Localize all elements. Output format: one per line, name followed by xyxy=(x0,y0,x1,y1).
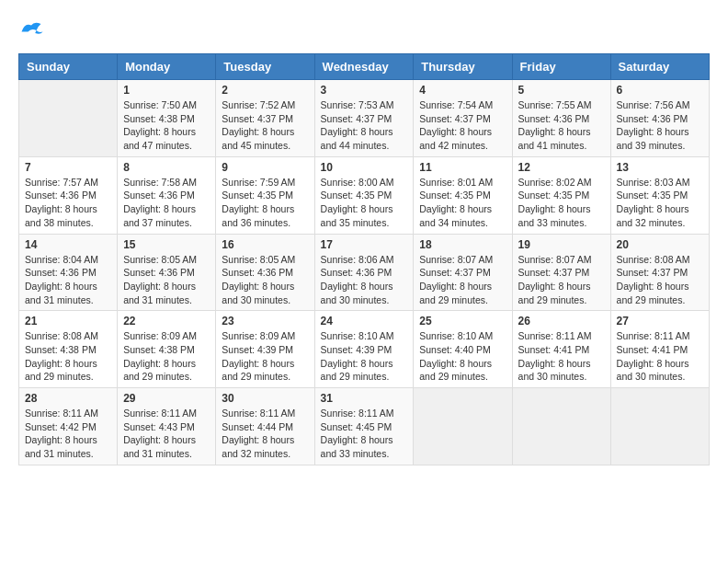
calendar-cell: 16Sunrise: 8:05 AMSunset: 4:36 PMDayligh… xyxy=(216,234,314,311)
weekday-header: Wednesday xyxy=(314,54,414,80)
day-number: 2 xyxy=(222,84,308,97)
page-header xyxy=(18,18,710,39)
day-number: 15 xyxy=(123,238,210,251)
calendar-cell: 31Sunrise: 8:11 AMSunset: 4:45 PMDayligh… xyxy=(314,388,414,465)
cell-content: Sunrise: 7:56 AMSunset: 4:36 PMDaylight:… xyxy=(617,98,703,153)
calendar-cell: 18Sunrise: 8:07 AMSunset: 4:37 PMDayligh… xyxy=(414,234,512,311)
day-number: 20 xyxy=(617,238,703,251)
cell-content: Sunrise: 8:11 AMSunset: 4:45 PMDaylight:… xyxy=(321,407,408,461)
calendar-cell: 21Sunrise: 8:08 AMSunset: 4:38 PMDayligh… xyxy=(19,311,118,388)
calendar-cell: 5Sunrise: 7:55 AMSunset: 4:36 PMDaylight… xyxy=(512,80,610,157)
day-number: 16 xyxy=(222,238,308,251)
day-number: 23 xyxy=(222,315,308,327)
cell-content: Sunrise: 7:57 AMSunset: 4:36 PMDaylight:… xyxy=(25,176,111,230)
cell-content: Sunrise: 7:59 AMSunset: 4:35 PMDaylight:… xyxy=(222,176,308,230)
calendar-cell: 8Sunrise: 7:58 AMSunset: 4:36 PMDaylight… xyxy=(118,156,216,234)
day-number: 14 xyxy=(25,238,111,251)
cell-content: Sunrise: 8:09 AMSunset: 4:38 PMDaylight:… xyxy=(123,329,210,384)
calendar-week-row: 7Sunrise: 7:57 AMSunset: 4:36 PMDaylight… xyxy=(19,156,710,234)
calendar-cell: 23Sunrise: 8:09 AMSunset: 4:39 PMDayligh… xyxy=(216,311,314,388)
calendar-cell: 29Sunrise: 8:11 AMSunset: 4:43 PMDayligh… xyxy=(118,388,216,465)
calendar-week-row: 14Sunrise: 8:04 AMSunset: 4:36 PMDayligh… xyxy=(19,234,710,311)
cell-content: Sunrise: 8:06 AMSunset: 4:36 PMDaylight:… xyxy=(321,253,408,307)
cell-content: Sunrise: 8:05 AMSunset: 4:36 PMDaylight:… xyxy=(222,253,308,307)
calendar-cell xyxy=(19,80,118,157)
day-number: 27 xyxy=(617,315,703,327)
day-number: 24 xyxy=(321,315,408,327)
calendar-cell: 12Sunrise: 8:02 AMSunset: 4:35 PMDayligh… xyxy=(512,156,610,234)
weekday-header: Thursday xyxy=(414,54,512,80)
day-number: 26 xyxy=(518,315,605,327)
calendar-week-row: 28Sunrise: 8:11 AMSunset: 4:42 PMDayligh… xyxy=(19,388,710,465)
day-number: 30 xyxy=(222,392,308,405)
calendar-header-row: SundayMondayTuesdayWednesdayThursdayFrid… xyxy=(19,54,710,80)
day-number: 22 xyxy=(123,315,210,327)
calendar-cell: 30Sunrise: 8:11 AMSunset: 4:44 PMDayligh… xyxy=(216,388,314,465)
calendar-week-row: 21Sunrise: 8:08 AMSunset: 4:38 PMDayligh… xyxy=(19,311,710,388)
calendar-cell: 19Sunrise: 8:07 AMSunset: 4:37 PMDayligh… xyxy=(512,234,610,311)
day-number: 9 xyxy=(222,161,308,174)
calendar-cell: 17Sunrise: 8:06 AMSunset: 4:36 PMDayligh… xyxy=(314,234,414,311)
calendar-cell: 22Sunrise: 8:09 AMSunset: 4:38 PMDayligh… xyxy=(118,311,216,388)
cell-content: Sunrise: 8:08 AMSunset: 4:37 PMDaylight:… xyxy=(617,253,703,307)
calendar-table: SundayMondayTuesdayWednesdayThursdayFrid… xyxy=(18,53,710,465)
day-number: 8 xyxy=(123,161,210,174)
cell-content: Sunrise: 8:11 AMSunset: 4:44 PMDaylight:… xyxy=(222,407,308,461)
calendar-cell: 24Sunrise: 8:10 AMSunset: 4:39 PMDayligh… xyxy=(314,311,414,388)
cell-content: Sunrise: 8:00 AMSunset: 4:35 PMDaylight:… xyxy=(321,176,408,230)
weekday-header: Friday xyxy=(512,54,610,80)
calendar-cell: 11Sunrise: 8:01 AMSunset: 4:35 PMDayligh… xyxy=(414,156,512,234)
cell-content: Sunrise: 8:03 AMSunset: 4:35 PMDaylight:… xyxy=(617,176,703,230)
calendar-cell: 1Sunrise: 7:50 AMSunset: 4:38 PMDaylight… xyxy=(118,80,216,157)
calendar-cell xyxy=(512,388,610,465)
calendar-cell: 14Sunrise: 8:04 AMSunset: 4:36 PMDayligh… xyxy=(19,234,118,311)
cell-content: Sunrise: 7:54 AMSunset: 4:37 PMDaylight:… xyxy=(419,98,506,153)
weekday-header: Sunday xyxy=(19,54,118,80)
cell-content: Sunrise: 7:58 AMSunset: 4:36 PMDaylight:… xyxy=(123,176,210,230)
day-number: 31 xyxy=(321,392,408,405)
day-number: 11 xyxy=(419,161,506,174)
cell-content: Sunrise: 8:07 AMSunset: 4:37 PMDaylight:… xyxy=(518,253,605,307)
cell-content: Sunrise: 8:08 AMSunset: 4:38 PMDaylight:… xyxy=(25,329,111,384)
cell-content: Sunrise: 8:11 AMSunset: 4:43 PMDaylight:… xyxy=(123,407,210,461)
calendar-cell: 10Sunrise: 8:00 AMSunset: 4:35 PMDayligh… xyxy=(314,156,414,234)
logo-bird-icon xyxy=(18,18,44,39)
day-number: 1 xyxy=(123,84,210,97)
logo xyxy=(18,18,48,39)
day-number: 6 xyxy=(617,84,703,97)
calendar-cell: 15Sunrise: 8:05 AMSunset: 4:36 PMDayligh… xyxy=(118,234,216,311)
cell-content: Sunrise: 8:04 AMSunset: 4:36 PMDaylight:… xyxy=(25,253,111,307)
day-number: 7 xyxy=(25,161,111,174)
cell-content: Sunrise: 8:11 AMSunset: 4:41 PMDaylight:… xyxy=(518,329,605,384)
day-number: 5 xyxy=(518,84,605,97)
weekday-header: Tuesday xyxy=(216,54,314,80)
day-number: 28 xyxy=(25,392,111,405)
calendar-week-row: 1Sunrise: 7:50 AMSunset: 4:38 PMDaylight… xyxy=(19,80,710,157)
cell-content: Sunrise: 8:09 AMSunset: 4:39 PMDaylight:… xyxy=(222,329,308,384)
cell-content: Sunrise: 7:52 AMSunset: 4:37 PMDaylight:… xyxy=(222,98,308,153)
calendar-cell: 20Sunrise: 8:08 AMSunset: 4:37 PMDayligh… xyxy=(610,234,709,311)
day-number: 25 xyxy=(419,315,506,327)
calendar-cell: 9Sunrise: 7:59 AMSunset: 4:35 PMDaylight… xyxy=(216,156,314,234)
calendar-cell: 3Sunrise: 7:53 AMSunset: 4:37 PMDaylight… xyxy=(314,80,414,157)
cell-content: Sunrise: 8:11 AMSunset: 4:41 PMDaylight:… xyxy=(617,329,703,384)
cell-content: Sunrise: 7:55 AMSunset: 4:36 PMDaylight:… xyxy=(518,98,605,153)
cell-content: Sunrise: 8:10 AMSunset: 4:39 PMDaylight:… xyxy=(321,329,408,384)
day-number: 18 xyxy=(419,238,506,251)
calendar-cell: 26Sunrise: 8:11 AMSunset: 4:41 PMDayligh… xyxy=(512,311,610,388)
calendar-cell xyxy=(414,388,512,465)
calendar-cell: 7Sunrise: 7:57 AMSunset: 4:36 PMDaylight… xyxy=(19,156,118,234)
cell-content: Sunrise: 7:53 AMSunset: 4:37 PMDaylight:… xyxy=(321,98,408,153)
weekday-header: Monday xyxy=(118,54,216,80)
day-number: 10 xyxy=(321,161,408,174)
calendar-cell: 28Sunrise: 8:11 AMSunset: 4:42 PMDayligh… xyxy=(19,388,118,465)
day-number: 17 xyxy=(321,238,408,251)
cell-content: Sunrise: 7:50 AMSunset: 4:38 PMDaylight:… xyxy=(123,98,210,153)
day-number: 21 xyxy=(25,315,111,327)
calendar-cell: 2Sunrise: 7:52 AMSunset: 4:37 PMDaylight… xyxy=(216,80,314,157)
calendar-cell: 13Sunrise: 8:03 AMSunset: 4:35 PMDayligh… xyxy=(610,156,709,234)
calendar-cell: 4Sunrise: 7:54 AMSunset: 4:37 PMDaylight… xyxy=(414,80,512,157)
weekday-header: Saturday xyxy=(610,54,709,80)
cell-content: Sunrise: 8:11 AMSunset: 4:42 PMDaylight:… xyxy=(25,407,111,461)
calendar-cell: 6Sunrise: 7:56 AMSunset: 4:36 PMDaylight… xyxy=(610,80,709,157)
